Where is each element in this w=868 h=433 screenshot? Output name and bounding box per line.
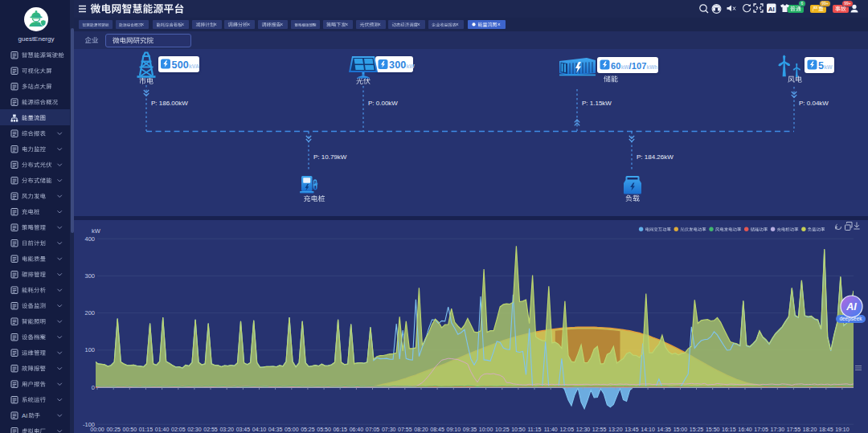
svg-text:18:20: 18:20 [803,427,817,432]
svg-text:300: 300 [84,272,95,280]
svg-text:10:00: 10:00 [479,427,493,432]
svg-text:11:40: 11:40 [544,427,558,432]
svg-text:09:10: 09:10 [447,427,461,432]
svg-text:kW: kW [92,227,101,235]
svg-text:05:50: 05:50 [317,427,331,432]
svg-text:01:15: 01:15 [139,427,154,432]
svg-text:14:35: 14:35 [657,427,671,432]
svg-text:08:20: 08:20 [414,427,428,432]
svg-text:07:30: 07:30 [382,427,396,432]
svg-text:09:35: 09:35 [463,427,477,432]
svg-text:15:25: 15:25 [690,427,704,432]
svg-text:06:40: 06:40 [350,427,364,432]
svg-text:03:45: 03:45 [236,427,251,432]
svg-text:06:15: 06:15 [333,427,347,432]
svg-text:0: 0 [92,384,95,391]
svg-text:17:55: 17:55 [787,427,801,432]
svg-text:17:05: 17:05 [754,427,768,432]
svg-text:10:50: 10:50 [511,427,526,432]
svg-text:13:20: 13:20 [608,427,623,432]
svg-text:19:10: 19:10 [835,427,850,432]
svg-text:12:30: 12:30 [576,427,591,432]
svg-text:04:35: 04:35 [268,427,283,432]
svg-text:400: 400 [84,235,95,243]
svg-text:00:00: 00:00 [90,427,104,432]
svg-text:15:00: 15:00 [674,427,688,432]
svg-text:12:55: 12:55 [592,427,607,432]
svg-text:11:15: 11:15 [528,427,542,432]
svg-text:05:00: 05:00 [285,427,299,432]
svg-text:17:30: 17:30 [771,427,785,432]
svg-text:14:10: 14:10 [641,427,655,432]
svg-text:100: 100 [84,346,95,353]
svg-text:07:55: 07:55 [398,427,412,432]
svg-text:18:45: 18:45 [819,427,833,432]
svg-text:16:15: 16:15 [722,427,736,432]
svg-text:04:10: 04:10 [252,427,267,432]
svg-text:02:30: 02:30 [187,427,202,432]
svg-text:05:25: 05:25 [301,427,315,432]
svg-text:00:25: 00:25 [106,427,121,432]
svg-text:08:45: 08:45 [430,427,444,432]
svg-text:07:05: 07:05 [366,427,380,432]
svg-text:200: 200 [84,309,95,317]
svg-text:16:40: 16:40 [738,427,752,432]
svg-text:13:45: 13:45 [624,427,639,432]
svg-text:01:40: 01:40 [155,427,170,432]
svg-text:15:50: 15:50 [706,427,720,432]
svg-text:02:05: 02:05 [171,427,186,432]
svg-text:12:05: 12:05 [560,427,575,432]
svg-text:03:20: 03:20 [219,427,234,432]
svg-text:02:55: 02:55 [203,427,218,432]
svg-text:10:25: 10:25 [495,427,510,432]
svg-text:00:50: 00:50 [123,427,137,432]
